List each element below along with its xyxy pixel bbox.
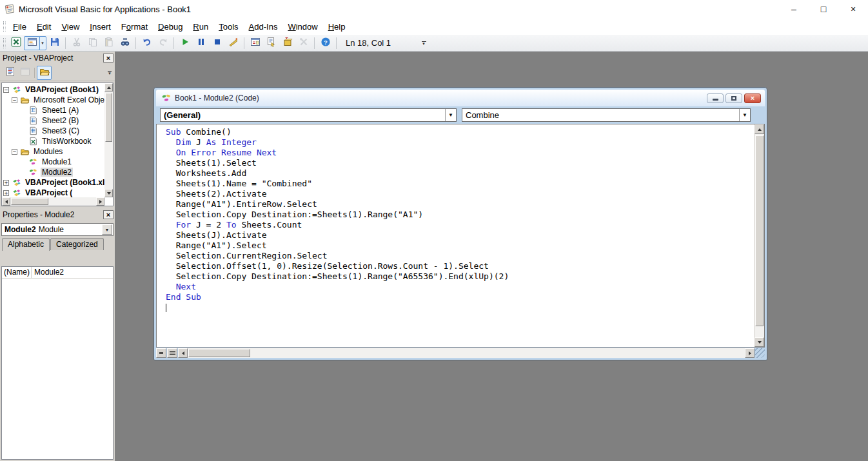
- tree-item-vbaproject[interactable]: +VBAProject (: [2, 188, 104, 197]
- toolbox-icon: [299, 37, 309, 49]
- collapse-icon[interactable]: −: [12, 149, 17, 155]
- procedure-dropdown[interactable]: Combine ▼: [462, 108, 751, 122]
- scroll-right-button[interactable]: [745, 348, 755, 358]
- expand-icon[interactable]: +: [3, 180, 9, 186]
- toolbar-find-button[interactable]: [117, 36, 133, 50]
- menu-debug[interactable]: Debug: [153, 19, 188, 34]
- code-vertical-scrollbar[interactable]: [754, 124, 764, 347]
- menu-run[interactable]: Run: [188, 19, 213, 34]
- menu-tools[interactable]: Tools: [213, 19, 243, 34]
- code-editor[interactable]: Sub Combine() Dim J As Integer On Error …: [157, 124, 754, 347]
- toolbar-save-button[interactable]: [46, 36, 63, 50]
- project-toolbar-options-button[interactable]: ▼: [106, 68, 113, 78]
- tree-item-microsoft-excel-objects[interactable]: −Microsoft Excel Objects: [2, 95, 104, 105]
- toolbar-redo-button[interactable]: [155, 36, 171, 50]
- tab-categorized[interactable]: Categorized: [50, 238, 104, 250]
- properties-object-dropdown[interactable]: Module2 Module ▼: [1, 223, 113, 236]
- maximize-button[interactable]: □: [809, 0, 838, 18]
- toolbar-reset-button[interactable]: [209, 36, 225, 50]
- dropdown-arrow-icon[interactable]: ▼: [739, 109, 750, 121]
- tree-item-module2[interactable]: Module2: [2, 167, 104, 177]
- menu-window[interactable]: Window: [282, 19, 322, 34]
- scroll-right-button[interactable]: [96, 197, 104, 206]
- toolbar-copy-button[interactable]: [84, 36, 101, 50]
- collapse-icon[interactable]: −: [12, 97, 17, 103]
- toolbar-grip[interactable]: [3, 38, 6, 48]
- minimize-icon: [713, 99, 718, 101]
- tree-item-sheet1-a[interactable]: Sheet1 (A): [2, 105, 104, 115]
- tab-alphabetic[interactable]: Alphabetic: [2, 238, 50, 251]
- scrollbar-thumb[interactable]: [755, 135, 764, 326]
- scroll-left-button[interactable]: [178, 348, 188, 358]
- minimize-button[interactable]: –: [779, 0, 809, 18]
- properties-panel-close-button[interactable]: ×: [103, 210, 113, 219]
- toolbar-toolbox-button[interactable]: [295, 36, 311, 50]
- toolbar-object-browser-button[interactable]: [279, 36, 295, 50]
- code-horizontal-scrollbar[interactable]: [178, 348, 755, 358]
- menu-addins[interactable]: Add-Ins: [244, 19, 283, 34]
- scrollbar-thumb[interactable]: [11, 198, 48, 205]
- resize-grip[interactable]: [755, 348, 765, 358]
- toolbar-cut-button[interactable]: [68, 36, 84, 50]
- tree-item-sheet3-c[interactable]: Sheet3 (C): [2, 126, 104, 136]
- property-row-name[interactable]: (Name) Module2: [2, 267, 113, 279]
- tree-item-sheet2-b[interactable]: Sheet2 (B): [2, 115, 104, 126]
- property-value-cell[interactable]: Module2: [32, 267, 113, 278]
- view-code-button[interactable]: [3, 66, 17, 80]
- toolbar-insert-userform-button[interactable]: [24, 36, 40, 50]
- tree-item-vbaproject-book1-xl[interactable]: +VBAProject (Book1.xl: [2, 177, 104, 188]
- toolbar-paste-button[interactable]: [101, 36, 117, 50]
- object-dropdown[interactable]: (General) ▼: [160, 108, 457, 122]
- code-window-restore-button[interactable]: [725, 93, 742, 103]
- code-window-minimize-button[interactable]: [707, 93, 724, 103]
- toolbar-undo-button[interactable]: [139, 36, 155, 50]
- scroll-up-icon: [758, 128, 762, 131]
- view-object-button[interactable]: [17, 66, 32, 80]
- toolbar-help-button[interactable]: ?: [317, 36, 333, 50]
- tree-item-vbaproject-book1[interactable]: −VBAProject (Book1): [2, 84, 104, 95]
- scroll-up-icon: [107, 86, 111, 89]
- toolbar-properties-window-button[interactable]: [263, 36, 279, 50]
- toggle-folders-button[interactable]: [37, 66, 52, 80]
- menu-insert[interactable]: Insert: [84, 19, 116, 34]
- scrollbar-thumb[interactable]: [188, 349, 250, 357]
- menubar-grip[interactable]: [3, 21, 6, 32]
- toolbar-break-button[interactable]: [193, 36, 209, 50]
- toolbar-view-microsoft-excel-button[interactable]: [8, 36, 24, 50]
- procedure-view-button[interactable]: [156, 348, 166, 358]
- menu-view[interactable]: View: [56, 19, 84, 34]
- code-line: Worksheets.Add: [166, 168, 754, 179]
- code-window-titlebar[interactable]: Book1 - Module2 (Code) ×: [156, 90, 765, 106]
- scroll-down-button[interactable]: [755, 337, 764, 347]
- toolbar-separator: [244, 37, 244, 49]
- toolbar-project-explorer-button[interactable]: [247, 36, 263, 50]
- tree-item-thisworkbook[interactable]: ThisWorkbook: [2, 136, 104, 146]
- toolbar-run-sub-button[interactable]: [177, 36, 193, 50]
- scroll-left-button[interactable]: [2, 197, 10, 206]
- project-panel-close-button[interactable]: ×: [103, 54, 113, 63]
- menu-help[interactable]: Help: [323, 19, 351, 34]
- close-button[interactable]: ×: [838, 0, 868, 18]
- menu-file[interactable]: File: [8, 19, 32, 34]
- scroll-up-button[interactable]: [755, 124, 764, 134]
- project-tree-horizontal-scrollbar[interactable]: [2, 197, 104, 206]
- project-tree-vertical-scrollbar[interactable]: [104, 83, 113, 197]
- full-module-view-button[interactable]: [167, 348, 177, 358]
- toolbar-design-mode-button[interactable]: [225, 36, 241, 50]
- text-caret: [166, 304, 166, 312]
- tree-item-module1[interactable]: Module1: [2, 157, 104, 167]
- tree-item-label: Modules: [32, 147, 64, 156]
- expand-icon[interactable]: +: [3, 190, 9, 196]
- dropdown-arrow-icon[interactable]: ▼: [445, 109, 456, 121]
- menu-format[interactable]: Format: [116, 19, 153, 34]
- tree-item-label: Sheet2 (B): [41, 116, 80, 125]
- scroll-up-button[interactable]: [104, 83, 113, 92]
- menu-edit[interactable]: Edit: [32, 19, 56, 34]
- tree-item-modules[interactable]: −Modules: [2, 146, 104, 157]
- toolbar-options-button[interactable]: ▼: [419, 37, 428, 49]
- collapse-icon[interactable]: −: [3, 87, 9, 93]
- dropdown-arrow-icon[interactable]: ▼: [102, 224, 112, 235]
- code-window-close-button[interactable]: ×: [744, 93, 761, 103]
- scrollbar-thumb[interactable]: [105, 93, 112, 142]
- scroll-down-button[interactable]: [104, 189, 113, 197]
